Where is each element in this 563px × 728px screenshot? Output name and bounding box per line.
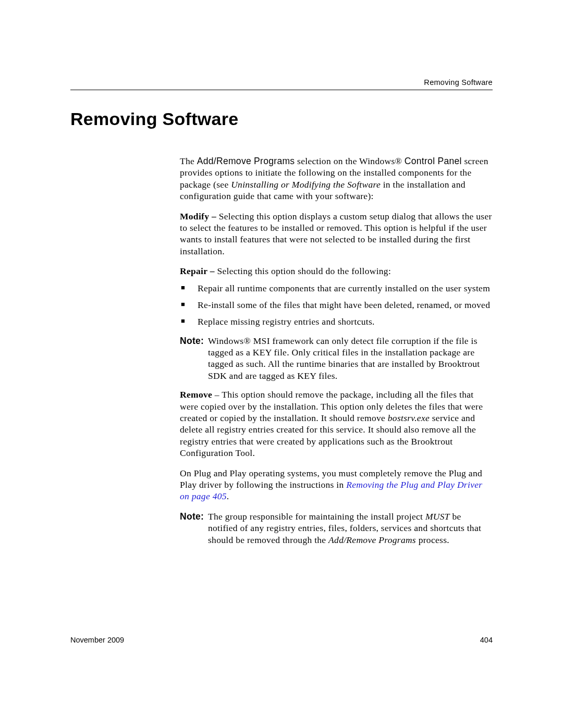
intro-text-pre: The <box>180 156 197 166</box>
remove-label: Remove <box>180 389 212 400</box>
repair-label: Repair – <box>180 266 215 276</box>
note-block-2: Note: The group responsible for maintain… <box>180 511 493 546</box>
footer-date: November 2009 <box>70 636 124 644</box>
remove-paragraph: Remove – This option should remove the p… <box>180 389 493 459</box>
repair-text: Selecting this option should do the foll… <box>215 266 391 276</box>
list-item: Replace missing registry entries and sho… <box>180 316 493 327</box>
note-text: Windows® MSI framework can only detect f… <box>208 336 480 381</box>
pnp-text2: . <box>227 491 229 501</box>
running-header: Removing Software <box>70 78 493 90</box>
page-title: Removing Software <box>70 109 493 129</box>
intro-ref: Uninstalling or Modifying the Software <box>231 179 381 190</box>
list-item: Repair all runtime components that are c… <box>180 282 493 294</box>
note2-text3: process. <box>416 535 449 545</box>
intro-text-mid: selection on the Windows® <box>295 156 404 166</box>
note-block-1: Note: Windows® MSI framework can only de… <box>180 335 493 382</box>
note-label: Note: <box>180 511 204 522</box>
repair-paragraph: Repair – Selecting this option should do… <box>180 265 493 277</box>
remove-dash: – <box>212 389 222 400</box>
intro-controlpanel: Control Panel <box>405 156 462 166</box>
remove-exe: bostsrv.exe <box>388 413 430 423</box>
footer-page-number: 404 <box>480 636 493 644</box>
list-item: Re-install some of the files that might … <box>180 299 493 311</box>
repair-list: Repair all runtime components that are c… <box>180 282 493 328</box>
note2-proc: Add/Remove Programs <box>328 535 416 545</box>
note-label: Note: <box>180 335 204 347</box>
modify-paragraph: Modify – Selecting this option displays … <box>180 211 493 257</box>
pnp-paragraph: On Plug and Play operating systems, you … <box>180 467 493 502</box>
page-footer: November 2009 404 <box>70 636 493 644</box>
body-column: The Add/Remove Programs selection on the… <box>180 155 493 546</box>
intro-addremove: Add/Remove Programs <box>197 156 295 166</box>
modify-text: Selecting this option displays a custom … <box>180 211 492 256</box>
intro-paragraph: The Add/Remove Programs selection on the… <box>180 155 493 202</box>
page-content: Removing Software Removing Software The … <box>70 78 493 553</box>
modify-label: Modify – <box>180 211 216 221</box>
note2-must: MUST <box>425 511 450 522</box>
note2-text1: The group responsible for maintaining th… <box>208 511 425 522</box>
